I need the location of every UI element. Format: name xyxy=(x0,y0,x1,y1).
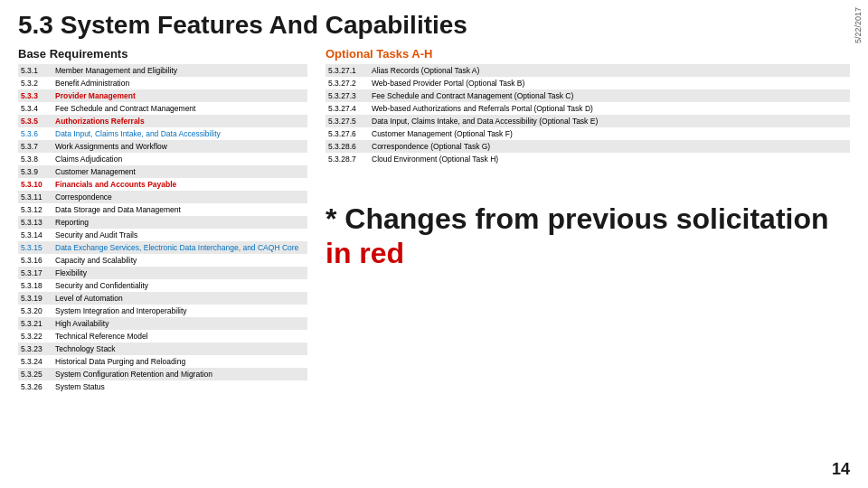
optional-item-label: Correspondence (Optional Task G) xyxy=(369,140,850,153)
base-item-label: Flexibility xyxy=(52,267,307,279)
base-item-label: Historical Data Purging and Reloading xyxy=(52,355,307,368)
optional-tasks-header: Optional Tasks A-H xyxy=(326,45,850,62)
base-item-label: Technology Stack xyxy=(52,343,307,355)
base-item-num: 5.3.16 xyxy=(18,254,52,267)
base-item-num: 5.3.13 xyxy=(18,216,52,229)
base-item-num: 5.3.26 xyxy=(18,380,52,393)
right-panel: Optional Tasks A-H 5.3.27.1Alias Records… xyxy=(326,45,850,393)
optional-item-num: 5.3.28.6 xyxy=(326,140,369,153)
optional-item-num: 5.3.27.5 xyxy=(326,115,369,127)
base-requirements-table: 5.3.1Member Management and Eligibility5.… xyxy=(18,64,307,393)
optional-item-num: 5.3.27.3 xyxy=(326,89,369,102)
base-item-label: Provider Management xyxy=(52,89,307,102)
base-item-label: Customer Management xyxy=(52,165,307,178)
base-item-num: 5.3.24 xyxy=(18,355,52,368)
base-item-label: High Availability xyxy=(52,317,307,330)
base-item-num: 5.3.9 xyxy=(18,165,52,178)
base-item-label: Benefit Administration xyxy=(52,77,307,89)
base-item-num: 5.3.19 xyxy=(18,292,52,305)
optional-item-label: Cloud Environment (Optional Task H) xyxy=(369,153,850,165)
base-item-num: 5.3.3 xyxy=(18,89,52,102)
base-item-num: 5.3.12 xyxy=(18,203,52,216)
optional-item-num: 5.3.27.6 xyxy=(326,127,369,140)
base-item-label: Security and Audit Trails xyxy=(52,229,307,241)
base-item-num: 5.3.15 xyxy=(18,241,52,254)
date-watermark: 5/22/2017 xyxy=(854,7,863,43)
base-item-label: Authorizations Referrals xyxy=(52,115,307,127)
content-area: Base Requirements 5.3.1Member Management… xyxy=(0,45,868,393)
base-item-num: 5.3.10 xyxy=(18,178,52,191)
base-item-num: 5.3.7 xyxy=(18,140,52,153)
base-item-label: Security and Confidentiality xyxy=(52,279,307,292)
base-item-label: System Integration and Interoperability xyxy=(52,305,307,317)
optional-tasks-table: 5.3.27.1Alias Records (Optional Task A)5… xyxy=(326,64,850,165)
optional-item-label: Web-based Authorizations and Referrals P… xyxy=(369,102,850,115)
base-item-num: 5.3.23 xyxy=(18,343,52,355)
base-item-label: Level of Automation xyxy=(52,292,307,305)
base-item-num: 5.3.21 xyxy=(18,317,52,330)
changes-text: * Changes from previous solicitation in … xyxy=(326,202,850,271)
left-panel: Base Requirements 5.3.1Member Management… xyxy=(18,45,307,393)
base-item-label: System Status xyxy=(52,380,307,393)
base-item-label: Data Input, Claims Intake, and Data Acce… xyxy=(52,127,307,140)
optional-item-label: Data Input, Claims Intake, and Data Acce… xyxy=(369,115,850,127)
base-item-label: Data Exchange Services, Electronic Data … xyxy=(52,241,307,254)
optional-item-num: 5.3.27.4 xyxy=(326,102,369,115)
base-item-label: Data Storage and Data Management xyxy=(52,203,307,216)
base-requirements-header: Base Requirements xyxy=(18,45,307,62)
base-item-num: 5.3.25 xyxy=(18,368,52,380)
optional-table-wrap: 5.3.27.1Alias Records (Optional Task A)5… xyxy=(326,64,850,165)
optional-item-num: 5.3.27.2 xyxy=(326,77,369,89)
base-item-label: Member Management and Eligibility xyxy=(52,64,307,77)
base-item-num: 5.3.2 xyxy=(18,77,52,89)
base-item-label: Capacity and Scalability xyxy=(52,254,307,267)
base-item-num: 5.3.6 xyxy=(18,127,52,140)
optional-item-num: 5.3.28.7 xyxy=(326,153,369,165)
changes-box: * Changes from previous solicitation in … xyxy=(326,192,850,280)
base-item-label: Work Assignments and Workflow xyxy=(52,140,307,153)
page-number: 14 xyxy=(832,460,850,479)
base-item-label: Correspondence xyxy=(52,191,307,203)
base-item-label: Reporting xyxy=(52,216,307,229)
base-item-num: 5.3.22 xyxy=(18,330,52,343)
optional-item-label: Alias Records (Optional Task A) xyxy=(369,64,850,77)
optional-item-label: Web-based Provider Portal (Optional Task… xyxy=(369,77,850,89)
base-item-num: 5.3.5 xyxy=(18,115,52,127)
base-item-num: 5.3.8 xyxy=(18,153,52,165)
optional-item-num: 5.3.27.1 xyxy=(326,64,369,77)
base-item-num: 5.3.4 xyxy=(18,102,52,115)
base-item-label: Financials and Accounts Payable xyxy=(52,178,307,191)
optional-item-label: Fee Schedule and Contract Management (Op… xyxy=(369,89,850,102)
base-item-label: System Configuration Retention and Migra… xyxy=(52,368,307,380)
optional-item-label: Customer Management (Optional Task F) xyxy=(369,127,850,140)
base-item-num: 5.3.20 xyxy=(18,305,52,317)
base-item-label: Claims Adjudication xyxy=(52,153,307,165)
base-item-num: 5.3.14 xyxy=(18,229,52,241)
base-item-num: 5.3.18 xyxy=(18,279,52,292)
base-item-num: 5.3.11 xyxy=(18,191,52,203)
page-title: 5.3 System Features And Capabilities xyxy=(0,0,868,45)
base-item-num: 5.3.17 xyxy=(18,267,52,279)
base-item-num: 5.3.1 xyxy=(18,64,52,77)
base-item-label: Fee Schedule and Contract Management xyxy=(52,102,307,115)
base-item-label: Technical Reference Model xyxy=(52,330,307,343)
